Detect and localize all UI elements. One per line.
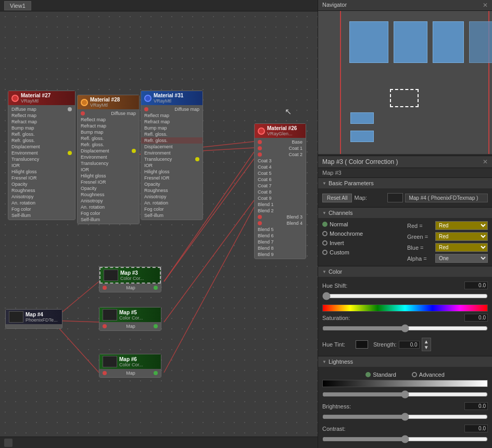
radio-standard-circle [365, 372, 371, 377]
radio-custom[interactable]: Custom [322, 249, 403, 255]
custom-label: Custom [330, 249, 349, 255]
props-subtitle: Map #3 [318, 168, 492, 178]
green-channel-label: Green = [407, 234, 433, 240]
nav-rect-3 [433, 21, 464, 63]
saturation-label: Saturation: [322, 315, 354, 321]
navigator: Navigator ✕ [318, 0, 492, 156]
props-close[interactable]: ✕ [483, 158, 488, 165]
lightness-slider[interactable] [322, 390, 488, 399]
node-map5[interactable]: Map #5 Color Cor... Map [99, 307, 161, 331]
color-header[interactable]: Color [318, 266, 492, 277]
red-channel-row: Red = RedGreenBlueAlpha [407, 221, 488, 230]
status-icon [4, 439, 12, 447]
invert-label: Invert [330, 240, 344, 246]
green-channel-row: Green = RedGreenBlueAlpha [407, 232, 488, 241]
node-material27[interactable]: Material #27 VRayMtl Diffuse map Reflect… [8, 91, 75, 220]
alpha-channel-row: Alpha = OneZeroRedGreenBlueAlpha [407, 254, 488, 263]
brightness-label: Brightness: [322, 403, 354, 409]
radio-normal-circle [322, 222, 327, 227]
normal-label: Normal [330, 221, 348, 227]
radio-advanced-circle [412, 372, 417, 377]
lightness-gradient [322, 380, 488, 387]
nav-rect-1 [349, 21, 388, 63]
hue-shift-value[interactable] [464, 281, 488, 289]
nav-rect-5 [350, 112, 374, 124]
node-material26[interactable]: Material #26 VRayGlen... Base Coat 1 Coa… [254, 123, 306, 259]
radio-advanced[interactable]: Advanced [412, 372, 445, 378]
right-panel: Navigator ✕ Map #3 [318, 0, 492, 448]
blue-channel-select[interactable]: RedGreenBlueAlpha [435, 243, 488, 252]
reset-all-btn[interactable]: Reset All [322, 194, 352, 202]
saturation-slider[interactable] [322, 324, 488, 332]
map-color-swatch[interactable] [387, 193, 403, 202]
nav-rect-2 [394, 21, 427, 63]
node-material31[interactable]: Material #31 VRayMtl Diffuse map Reflect… [141, 91, 203, 220]
radio-standard[interactable]: Standard [365, 372, 396, 378]
map-label: Map: [354, 195, 385, 201]
nav-canvas[interactable] [318, 11, 492, 154]
strength-label: Strength: [373, 341, 397, 348]
alpha-channel-label: Alpha = [407, 255, 433, 262]
saturation-value[interactable] [464, 314, 488, 322]
nav-rect-selected [390, 89, 419, 107]
green-channel-select[interactable]: RedGreenBlueAlpha [435, 232, 488, 241]
basic-params-header[interactable]: Basic Parameters [318, 178, 492, 188]
node-canvas[interactable]: Material #27 VRayMtl Diffuse map Reflect… [0, 11, 318, 448]
color-section: Color Hue Shift: Sa [318, 266, 492, 356]
advanced-label: Advanced [419, 372, 445, 378]
red-channel-select[interactable]: RedGreenBlueAlpha [435, 221, 488, 230]
red-channel-label: Red = [407, 223, 433, 229]
nav-left-line [340, 11, 341, 154]
status-bar [0, 437, 318, 448]
node-map6[interactable]: Map #6 Color Cor... Map [99, 354, 161, 378]
navigator-title: Navigator [322, 2, 347, 9]
radio-monochrome[interactable]: Monochrome [322, 231, 403, 237]
contrast-label: Contrast: [322, 426, 354, 432]
node-material28[interactable]: Material #28 VRayMtl Diffuse map Reflect… [77, 95, 140, 224]
blue-channel-row: Blue = RedGreenBlueAlpha [407, 243, 488, 252]
blue-channel-label: Blue = [407, 245, 433, 251]
lightness-section: Lightness Standard Advanced [318, 356, 492, 448]
props-title: Map #3 ( Color Correction ) [322, 158, 398, 165]
nav-rect-4 [469, 21, 492, 63]
view1-tab[interactable]: View1 [4, 1, 31, 10]
node-map4[interactable]: Map #4 PhoenixFDTe... [5, 309, 62, 329]
lightness-header[interactable]: Lightness [318, 356, 492, 367]
radio-monochrome-circle [322, 231, 327, 236]
node-map3[interactable]: Map #3 Color Cor... Map [99, 266, 161, 292]
radio-invert-circle [322, 240, 327, 246]
brightness-value[interactable] [464, 402, 488, 410]
navigator-close[interactable]: ✕ [483, 2, 488, 9]
brightness-slider[interactable] [322, 413, 488, 421]
channels-section: Channels Normal Monochrome [318, 208, 492, 266]
hue-gradient [322, 304, 488, 312]
props-header: Map #3 ( Color Correction ) ✕ [318, 156, 492, 168]
strength-spinner[interactable]: ▲▼ [422, 338, 431, 351]
hue-tint-swatch[interactable] [356, 340, 368, 349]
hue-shift-slider[interactable] [322, 292, 488, 300]
contrast-value[interactable] [464, 425, 488, 432]
node-editor[interactable]: View1 [0, 0, 318, 448]
hue-shift-label: Hue Shift: [322, 283, 354, 289]
monochrome-label: Monochrome [330, 231, 363, 237]
svg-line-6 [164, 207, 254, 373]
props-panel: Map #3 ( Color Correction ) ✕ Map #3 Bas… [318, 156, 492, 448]
hue-tint-label: Hue Tint: [322, 341, 354, 348]
radio-invert[interactable]: Invert [322, 240, 403, 246]
map4-btn[interactable]: Map #4 ( PhoenixFDTexmap ) [405, 194, 488, 202]
radio-normal[interactable]: Normal [322, 221, 403, 227]
standard-label: Standard [373, 372, 396, 378]
strength-value[interactable] [399, 341, 420, 349]
contrast-slider[interactable] [322, 435, 488, 443]
nav-rect-6 [350, 131, 374, 142]
channels-header[interactable]: Channels [318, 208, 492, 218]
basic-params-section: Basic Parameters Reset All Map: Map #4 (… [318, 178, 492, 208]
alpha-channel-select[interactable]: OneZeroRedGreenBlueAlpha [435, 254, 488, 263]
radio-custom-circle [322, 250, 327, 255]
